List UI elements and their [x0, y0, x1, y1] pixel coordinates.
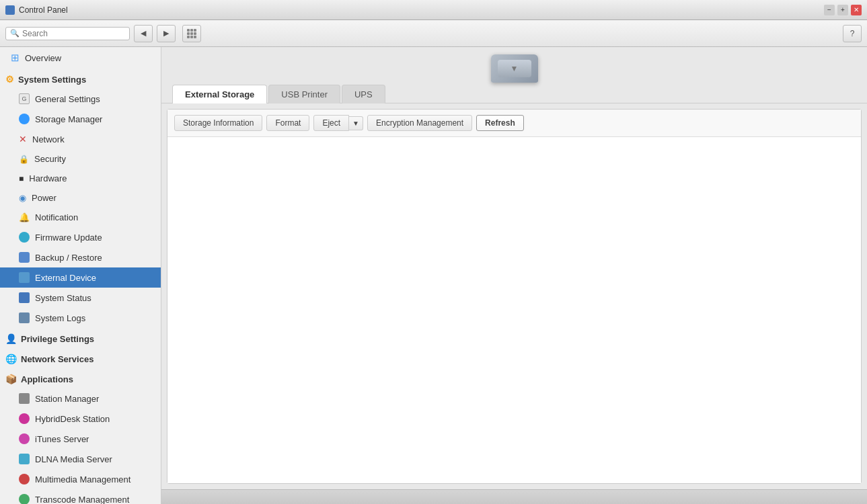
external-icon: [19, 272, 30, 283]
app-icon: [5, 5, 15, 15]
notification-icon: 🔔: [19, 212, 30, 222]
sidebar-item-label: Security: [34, 154, 66, 164]
back-button[interactable]: ◀: [134, 25, 153, 42]
content-area: ▼ External Storage USB Printer UPS Stora…: [161, 47, 867, 504]
sidebar-item-dlna[interactable]: DLNA Media Server: [0, 449, 161, 469]
sidebar-item-label: DLNA Media Server: [35, 454, 112, 464]
sidebar-item-sysstat[interactable]: System Status: [0, 288, 161, 308]
sidebar-item-backup[interactable]: Backup / Restore: [0, 247, 161, 267]
sidebar-item-firmware[interactable]: Firmware Update: [0, 227, 161, 247]
tab-ups[interactable]: UPS: [342, 85, 385, 103]
sidebar-item-label: Multimedia Management: [35, 474, 130, 485]
search-input[interactable]: [22, 29, 116, 38]
section-label: System Settings: [18, 75, 86, 85]
sidebar-item-security[interactable]: 🔒 Security: [0, 149, 161, 169]
minimize-button[interactable]: −: [824, 5, 835, 15]
station-icon: [19, 393, 30, 404]
sidebar-item-multimedia[interactable]: Multimedia Management: [0, 469, 161, 489]
status-bar: [161, 489, 867, 504]
itunes-icon: [19, 433, 30, 444]
device-visual: ▼: [491, 54, 538, 83]
sidebar-item-label: System Status: [35, 293, 91, 303]
sidebar-item-hardware[interactable]: ■ Hardware: [0, 169, 161, 188]
panel-content: [167, 137, 861, 483]
firmware-icon: [19, 232, 30, 243]
sidebar-section-applications[interactable]: 📦 Applications: [0, 368, 161, 388]
section-label: Privilege Settings: [21, 334, 94, 344]
grid-button[interactable]: [182, 25, 201, 42]
section-label: Network Services: [21, 354, 93, 364]
eject-button-group: Eject ▼: [313, 115, 363, 131]
sidebar-item-network[interactable]: ✕ Network: [0, 129, 161, 149]
help-button[interactable]: ?: [843, 25, 862, 42]
syslogs-icon: [19, 312, 30, 323]
netservices-icon: 🌐: [5, 353, 17, 364]
sidebar-item-transcode[interactable]: Transcode Management: [0, 489, 161, 504]
sysstat-icon: [19, 292, 30, 303]
eject-dropdown-button[interactable]: ▼: [349, 116, 363, 130]
sidebar-item-label: General Settings: [35, 94, 100, 104]
transcode-icon: [19, 494, 30, 504]
sidebar-item-label: Transcode Management: [35, 495, 129, 505]
applications-icon: 📦: [5, 374, 17, 384]
device-icon-area: ▼: [161, 47, 867, 84]
tab-usb-printer[interactable]: USB Printer: [268, 85, 340, 103]
main-panel: Storage Information Format Eject ▼ Encry…: [167, 109, 862, 484]
refresh-button[interactable]: Refresh: [476, 115, 524, 131]
sidebar-item-label: Notification: [35, 212, 78, 222]
sidebar-item-general[interactable]: G General Settings: [0, 89, 161, 109]
sidebar-item-syslogs[interactable]: System Logs: [0, 308, 161, 328]
close-button[interactable]: ✕: [851, 5, 862, 15]
settings-icon: ⚙: [5, 74, 14, 85]
sidebar-item-hybrid[interactable]: HybridDesk Station: [0, 409, 161, 429]
power-icon: ◉: [19, 193, 26, 203]
eject-button[interactable]: Eject: [313, 115, 349, 131]
multimedia-icon: [19, 474, 30, 485]
sidebar-item-station[interactable]: Station Manager: [0, 388, 161, 409]
privilege-icon: 👤: [5, 333, 17, 344]
sidebar-item-label: Firmware Update: [35, 233, 102, 243]
sidebar-item-overview[interactable]: ⊞ Overview: [0, 47, 161, 69]
sidebar-item-label: HybridDesk Station: [35, 414, 110, 424]
security-icon: 🔒: [19, 155, 29, 164]
sidebar-section-system[interactable]: ⚙ System Settings: [0, 69, 161, 89]
overview-icon: ⊞: [11, 52, 20, 64]
section-label: Applications: [21, 374, 73, 384]
network-icon: ✕: [19, 134, 27, 144]
backup-icon: [19, 252, 30, 263]
sidebar-item-storage[interactable]: Storage Manager: [0, 109, 161, 129]
device-container: ▼: [491, 54, 538, 83]
chevron-down-icon: ▼: [511, 64, 519, 73]
title-bar: Control Panel − + ✕: [0, 0, 867, 20]
general-icon: G: [19, 93, 30, 104]
dlna-icon: [19, 454, 30, 464]
sidebar-item-label: Hardware: [29, 173, 67, 183]
forward-button[interactable]: ▶: [157, 25, 176, 42]
sidebar-item-external[interactable]: External Device: [0, 267, 161, 288]
format-button[interactable]: Format: [266, 115, 309, 131]
sidebar-item-label: iTunes Server: [35, 434, 89, 444]
sidebar-item-notification[interactable]: 🔔 Notification: [0, 208, 161, 227]
title-bar-left: Control Panel: [5, 5, 68, 15]
sidebar-section-privilege[interactable]: 👤 Privilege Settings: [0, 328, 161, 348]
window-title: Control Panel: [19, 5, 68, 15]
app-toolbar: 🔍 ◀ ▶ ?: [0, 20, 867, 47]
hybrid-icon: [19, 413, 30, 424]
sidebar-item-power[interactable]: ◉ Power: [0, 188, 161, 208]
tab-external-storage[interactable]: External Storage: [172, 85, 267, 103]
encryption-button[interactable]: Encryption Management: [367, 115, 472, 131]
sidebar-item-label: Network: [32, 134, 65, 144]
sidebar-item-itunes[interactable]: iTunes Server: [0, 429, 161, 449]
sidebar-item-label: Backup / Restore: [35, 253, 102, 263]
sidebar-item-label: Storage Manager: [35, 114, 102, 124]
sidebar-item-label: External Device: [35, 273, 96, 283]
sidebar: ⊞ Overview ⚙ System Settings G General S…: [0, 47, 161, 504]
storage-info-button[interactable]: Storage Information: [174, 115, 262, 131]
tab-bar: External Storage USB Printer UPS: [161, 84, 867, 103]
sidebar-section-netservices[interactable]: 🌐 Network Services: [0, 348, 161, 368]
storage-icon: [19, 114, 30, 124]
maximize-button[interactable]: +: [837, 5, 848, 15]
window-controls: − + ✕: [824, 5, 862, 15]
search-box[interactable]: 🔍: [5, 27, 130, 40]
sidebar-item-label: Station Manager: [35, 394, 99, 404]
